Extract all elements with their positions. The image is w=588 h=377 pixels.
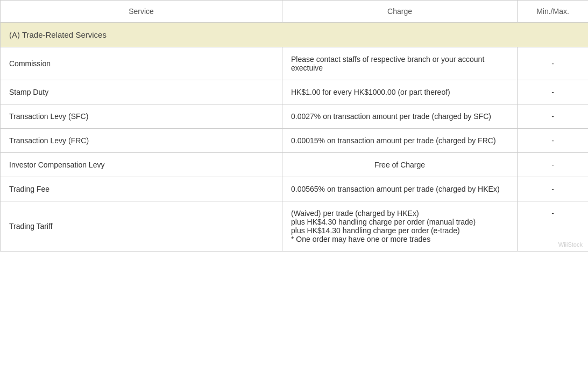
charge-cell: 0.00565% on transaction amount per trade… bbox=[282, 177, 518, 201]
charge-cell: Please contact staffs of respective bran… bbox=[282, 47, 518, 80]
minmax-cell: - bbox=[518, 80, 589, 104]
service-cell: Trading Tariff bbox=[1, 201, 282, 252]
service-cell: Investor Compensation Levy bbox=[1, 153, 282, 177]
watermark: WiiiStock bbox=[558, 241, 583, 248]
header-minmax: Min./Max. bbox=[518, 1, 589, 23]
service-cell: Stamp Duty bbox=[1, 80, 282, 104]
category-label: (A) Trade-Related Services bbox=[1, 23, 589, 47]
minmax-cell: - bbox=[518, 177, 589, 201]
table-row: Trading Tariff(Waived) per trade (charge… bbox=[1, 201, 589, 252]
table-row: Investor Compensation LevyFree of Charge… bbox=[1, 153, 589, 177]
minmax-cell: - bbox=[518, 47, 589, 80]
charge-cell: (Waived) per trade (charged by HKEx)plus… bbox=[282, 201, 518, 252]
header-service: Service bbox=[1, 1, 282, 23]
service-cell: Trading Fee bbox=[1, 177, 282, 201]
minmax-cell: -WiiiStock bbox=[518, 201, 589, 252]
minmax-cell: - bbox=[518, 104, 589, 129]
charge-cell: HK$1.00 for every HK$1000.00 (or part th… bbox=[282, 80, 518, 104]
table-row: CommissionPlease contact staffs of respe… bbox=[1, 47, 589, 80]
service-cell: Commission bbox=[1, 47, 282, 80]
table-row: Transaction Levy (SFC)0.0027% on transac… bbox=[1, 104, 589, 129]
charge-cell: 0.0027% on transaction amount per trade … bbox=[282, 104, 518, 129]
header-charge: Charge bbox=[282, 1, 518, 23]
charge-cell: Free of Charge bbox=[282, 153, 518, 177]
service-cell: Transaction Levy (FRC) bbox=[1, 129, 282, 153]
table-row: Stamp DutyHK$1.00 for every HK$1000.00 (… bbox=[1, 80, 589, 104]
table-row: Transaction Levy (FRC)0.00015% on transa… bbox=[1, 129, 589, 153]
service-cell: Transaction Levy (SFC) bbox=[1, 104, 282, 129]
charge-cell: 0.00015% on transaction amount per trade… bbox=[282, 129, 518, 153]
minmax-cell: - bbox=[518, 129, 589, 153]
minmax-cell: - bbox=[518, 153, 589, 177]
table-row: Trading Fee0.00565% on transaction amoun… bbox=[1, 177, 589, 201]
category-row: (A) Trade-Related Services bbox=[1, 23, 589, 47]
